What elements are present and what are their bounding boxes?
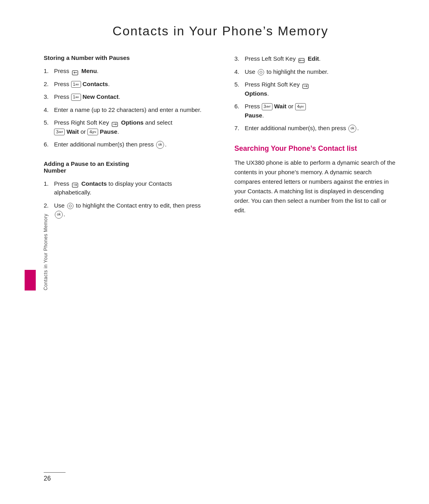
step-6-content: Enter additional number(s) then press ok…: [54, 140, 207, 149]
right-steps: 3. Press Left Soft Key Edit.: [234, 54, 397, 133]
step-6-num: 6.: [44, 140, 52, 149]
step-5-wait: Wait: [66, 128, 79, 135]
page-container: Contacts in Your Phones Memory Contacts …: [0, 0, 429, 504]
footer-divider: [44, 472, 66, 473]
section2-title: Adding a Pause to an ExistingNumber: [44, 160, 207, 174]
s2-step-1: 1. Press Contacts to display your Contac…: [44, 179, 207, 197]
key-1-contacts: 1ao: [71, 81, 81, 88]
r-step-7: 7. Enter additional number(s), then pres…: [234, 124, 397, 133]
s2-step-1-num: 1.: [44, 179, 52, 189]
key-4-pause-r6: 4ghi: [295, 103, 306, 110]
step-5-pause: Pause: [100, 128, 117, 135]
page-title: Contacts in Your Phone’s Memory: [44, 24, 397, 38]
s2-step-2-num: 2.: [44, 201, 52, 210]
step-4: 4. Enter a name (up to 22 characters) an…: [44, 106, 207, 115]
step-3-num: 3.: [44, 92, 52, 102]
step-3-content: Press 1ao New Contact.: [54, 92, 207, 102]
section2-steps: 1. Press Contacts to display your Contac…: [44, 179, 207, 219]
r-step-4-num: 4.: [234, 67, 243, 77]
r-step-7-num: 7.: [234, 124, 243, 133]
page-number: 26: [44, 475, 66, 482]
menu-softkey-icon: [72, 69, 79, 74]
r-step-6-num: 6.: [234, 102, 243, 111]
r-step-5-num: 5.: [234, 80, 243, 89]
step-1: 1. Press Menu.: [44, 67, 207, 76]
sidebar-pink-block: [25, 270, 36, 290]
r-step-5: 5. Press Right Soft Key Options.: [234, 80, 397, 98]
ok-circle-s6: ok: [156, 141, 164, 149]
step-3-bold: New Contact: [83, 93, 119, 100]
step-6: 6. Enter additional number(s) then press…: [44, 140, 207, 149]
step-5-num: 5.: [44, 118, 52, 127]
r-step-4: 4. Use to highlight the number.: [234, 67, 397, 77]
r-step-3-num: 3.: [234, 54, 243, 63]
ok-circle-r7: ok: [348, 125, 356, 133]
right-column: 3. Press Left Soft Key Edit.: [230, 54, 397, 227]
step-3: 3. Press 1ao New Contact.: [44, 92, 207, 102]
step-2-bold: Contacts: [83, 81, 108, 87]
s2-step-1-bold: Contacts: [81, 180, 107, 187]
r-step-6-content: Press 3def Wait or 4ghi Pause.: [245, 102, 397, 120]
r-step-6-wait: Wait: [274, 103, 286, 110]
key-3-wait: 3def: [54, 129, 65, 135]
contacts-softkey-icon: [72, 181, 79, 187]
step-2: 2. Press 1ao Contacts.: [44, 80, 207, 89]
step-1-bold: Menu: [81, 67, 97, 74]
r-step-3: 3. Press Left Soft Key Edit.: [234, 54, 397, 63]
page-footer: 26: [44, 472, 66, 483]
r-step-6-pause: Pause: [245, 112, 262, 119]
r-step-6: 6. Press 3def Wait or 4ghi Pause.: [234, 102, 397, 120]
right-softkey-icon-s5: [112, 121, 119, 126]
section1-title: Storing a Number with Pauses: [44, 54, 207, 61]
step-2-num: 2.: [44, 80, 52, 89]
section1-steps: 1. Press Menu.: [44, 67, 207, 149]
key-4-pause: 4ghi: [87, 129, 98, 135]
left-column: Storing a Number with Pauses 1. Press: [44, 54, 214, 227]
ok-circle-s2-2: ok: [55, 211, 63, 219]
step-4-content: Enter a name (up to 22 characters) and e…: [54, 106, 207, 115]
step-5-options: Options: [121, 119, 144, 126]
right-softkey-icon-r5: [302, 83, 309, 88]
r-step-5-content: Press Right Soft Key Options.: [245, 80, 397, 98]
sidebar-label: Contacts in Your Phones Memory: [43, 214, 48, 290]
key-1-newcontact: 1ao: [71, 94, 81, 100]
step-1-content: Press Menu.: [54, 67, 207, 76]
step-5: 5. Press Right Soft Key Options and sele…: [44, 118, 207, 136]
nav-circle-s2-2: [67, 203, 73, 209]
r-step-5-options: Options: [245, 90, 267, 97]
nav-circle-r4: [258, 69, 264, 75]
step-4-num: 4.: [44, 106, 52, 115]
step-5-content: Press Right Soft Key Options and select …: [54, 118, 207, 136]
searching-section-body: The UX380 phone is able to perform a dyn…: [234, 158, 397, 215]
step-1-num: 1.: [44, 67, 52, 76]
r-step-3-bold: Edit: [308, 55, 319, 62]
r-step-7-content: Enter additional number(s), then press o…: [245, 124, 397, 133]
s2-step-1-content: Press Contacts to display your Contacts …: [54, 179, 207, 197]
key-3-wait-r6: 3def: [262, 103, 272, 110]
r-step-4-content: Use to highlight the number.: [245, 67, 397, 77]
r-step-3-content: Press Left Soft Key Edit.: [245, 54, 397, 63]
s2-step-2: 2. Use to highlight the Contact entry to…: [44, 201, 207, 219]
two-column-layout: Storing a Number with Pauses 1. Press: [44, 54, 397, 227]
s2-step-2-content: Use to highlight the Contact entry to ed…: [54, 201, 207, 219]
step-2-content: Press 1ao Contacts.: [54, 80, 207, 89]
searching-section-title: Searching Your Phone’s Contact list: [234, 144, 397, 153]
left-softkey-icon-s3: [298, 57, 305, 62]
